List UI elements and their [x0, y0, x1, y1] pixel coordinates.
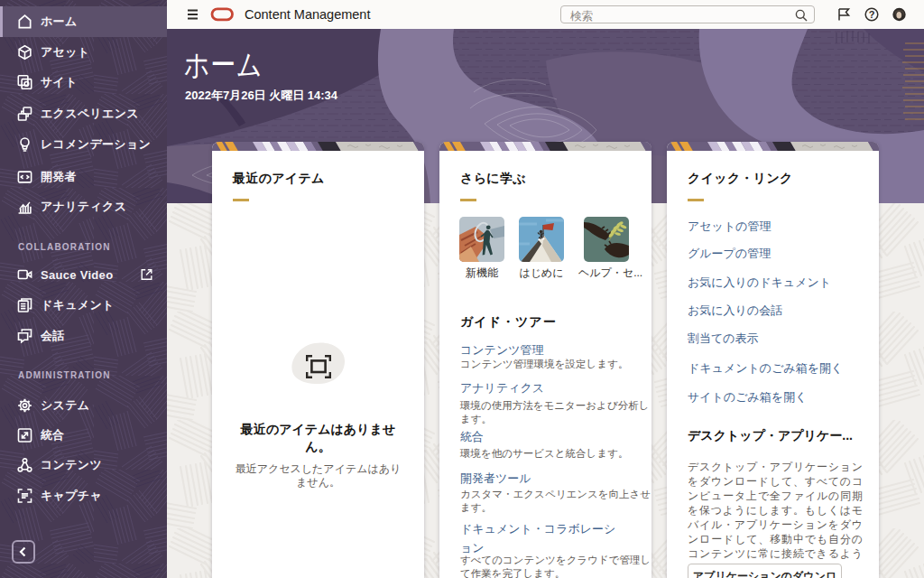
svg-text:?: ?	[869, 9, 875, 20]
